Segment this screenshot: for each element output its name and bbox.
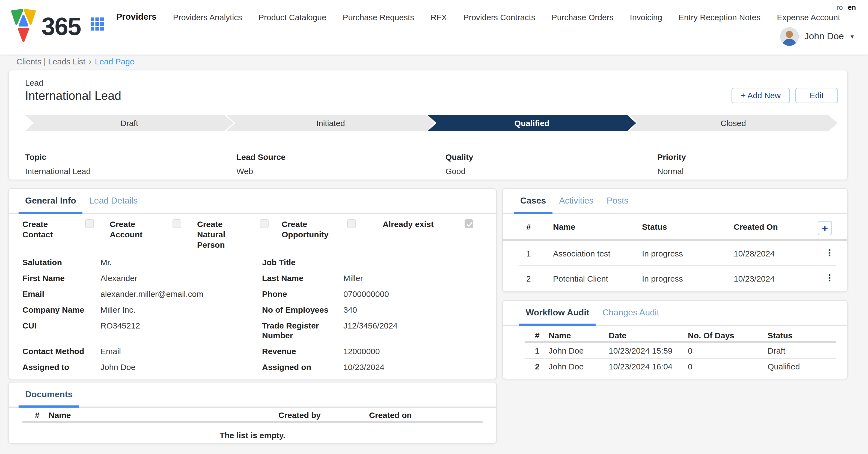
col-created-on: Created on [369,410,480,419]
lead-summary-fields: Topic International Lead Lead Source Web… [25,152,836,176]
divider [525,341,836,343]
user-menu[interactable]: John Doe ▾ [780,27,854,46]
documents-card: Documents # Name Created by Created on T… [8,382,497,444]
user-name: John Doe [804,31,844,42]
tab-posts[interactable]: Posts [600,196,635,213]
add-case-button[interactable]: + [818,221,832,235]
checkbox-create-natural-person[interactable] [260,219,269,228]
avatar-image [780,27,799,46]
audit-status: Draft [768,346,836,355]
nav-item-product-catalogue[interactable]: Product Catalogue [258,12,327,22]
field-value: Web [237,166,445,176]
nav-item-purchase-orders[interactable]: Purchase Orders [552,12,614,22]
audit-num: 2 [535,362,549,371]
cases-tabs: Cases Activities Posts [503,189,847,214]
label-salutation: Salutation [22,258,100,267]
value-first-name: Alexander [100,273,262,283]
field-value: Good [445,166,657,176]
divider [22,421,483,423]
nav-item-rfx[interactable]: RFX [430,12,447,22]
form-row: Assigned to John Doe Assigned on 10/23/2… [22,362,485,378]
nav-item-invoicing[interactable]: Invoicing [630,12,662,22]
audit-days: 0 [688,362,768,371]
label-no-of-employees: No of Employees [262,305,343,315]
tab-changes-audit[interactable]: Changes Audit [596,308,666,325]
col-num: # [535,330,549,340]
cases-table-header: # Name Status Created On [503,214,814,239]
nav-item-expense-account[interactable]: Expense Account [777,12,840,22]
field-value: Normal [657,166,836,176]
nav-item-providers-contracts[interactable]: Providers Contracts [463,12,535,22]
breadcrumb: Clients | Leads List›Lead Page [17,57,134,67]
case-row: 2 Potential Client In progress 10/23/202… [503,266,814,290]
page-title: International Lead [25,89,121,103]
edit-button[interactable]: Edit [796,88,838,103]
apps-grid-icon[interactable] [91,18,104,31]
audit-num: 1 [535,346,549,355]
audit-tabs: Workflow Audit Changes Audit [503,301,847,326]
nav-item-providers[interactable]: Providers [116,12,157,22]
breadcrumb-trail[interactable]: Clients | Leads List [17,57,86,66]
field-label: Priority [657,152,836,162]
checkbox-create-opportunity[interactable] [347,219,356,228]
label-cui: CUI [22,321,100,331]
case-num: 1 [526,249,553,258]
case-num: 2 [526,274,553,283]
col-created-by: Created by [278,410,369,419]
field-priority: Priority Normal [657,152,836,176]
checkbox-label-create-contact: Create Contact [22,219,69,239]
language-switcher: ro en [837,3,856,11]
workflow-audit-card: Workflow Audit Changes Audit # Name Date… [502,300,848,379]
audit-row: 1 John Doe 10/23/2024 15:59 0 Draft [503,343,836,358]
kebab-menu-icon[interactable]: ⋮ [825,274,834,282]
nav-item-entry-reception-notes[interactable]: Entry Reception Notes [679,12,761,22]
field-topic: Topic International Lead [25,152,237,176]
case-row: 1 Association test In progress 10/28/202… [503,241,814,265]
form-row: CUI RO345212 Trade Register Number J12/3… [22,321,485,347]
stage-closed[interactable]: Closed [629,115,838,131]
value-contact-method: Email [100,347,262,356]
checkbox-already-exist[interactable] [465,219,473,228]
lead-actions: + Add New Edit [732,88,838,103]
label-phone: Phone [262,289,343,299]
audit-date: 10/23/2024 16:04 [609,362,688,371]
value-company-name: Miller Inc. [100,305,262,315]
form-row: Email alexander.miller@email.com Phone 0… [22,289,485,305]
case-created-on: 10/28/2024 [734,249,814,258]
cases-card: Cases Activities Posts + # Name Status C… [502,188,848,292]
audit-status: Qualified [768,362,836,371]
value-salutation: Mr. [100,258,262,267]
documents-table-header: # Name Created by Created on [9,409,480,421]
field-quality: Quality Good [445,152,657,176]
lead-options: Create Contact Create Account Create Nat… [9,219,496,250]
tab-cases[interactable]: Cases [514,196,553,213]
stage-progress-bar: Draft Initiated Qualified Closed [25,115,837,131]
checkbox-create-account[interactable] [173,219,181,228]
label-last-name: Last Name [262,273,343,283]
language-ro[interactable]: ro [837,3,843,11]
col-name: Name [49,410,278,419]
tab-workflow-audit[interactable]: Workflow Audit [519,308,596,325]
checkbox-create-contact[interactable] [85,219,94,228]
tab-documents[interactable]: Documents [19,390,79,407]
tab-activities[interactable]: Activities [553,196,600,213]
label-assigned-on: Assigned on [262,362,343,372]
value-email: alexander.miller@email.com [100,289,262,299]
col-num: # [526,222,553,231]
stage-draft[interactable]: Draft [25,115,234,131]
breadcrumb-current[interactable]: Lead Page [95,57,134,66]
tab-lead-details[interactable]: Lead Details [83,196,145,213]
case-name: Association test [553,249,642,258]
nav-item-providers-analytics[interactable]: Providers Analytics [173,12,242,22]
form-row: Company Name Miller Inc. No of Employees… [22,305,485,321]
kebab-menu-icon[interactable]: ⋮ [825,249,834,257]
stage-qualified[interactable]: Qualified [428,115,636,131]
language-en[interactable]: en [848,3,856,11]
add-new-button[interactable]: + Add New [732,88,790,103]
value-assigned-to: John Doe [100,362,262,372]
checkbox-label-create-natural-person: Create Natural Person [197,219,244,250]
tab-general-info[interactable]: General Info [19,196,83,213]
stage-initiated[interactable]: Initiated [226,115,435,131]
nav-item-purchase-requests[interactable]: Purchase Requests [343,12,414,22]
col-created-on: Created On [734,222,814,231]
